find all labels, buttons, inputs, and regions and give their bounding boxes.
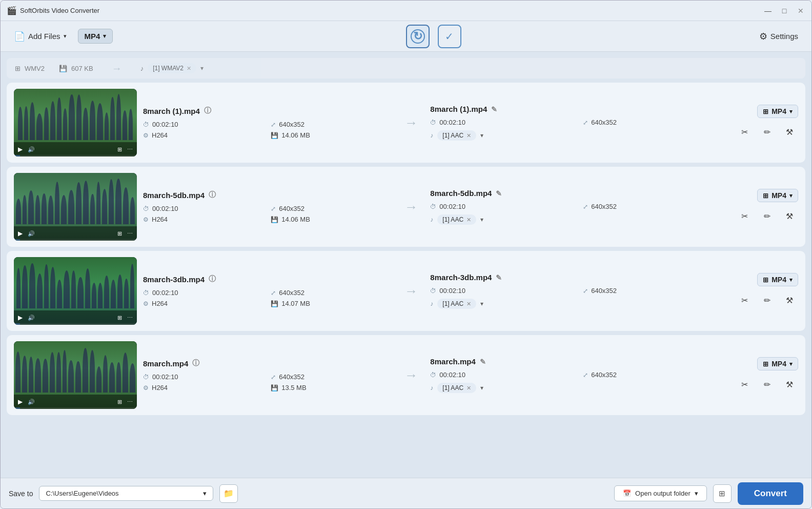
open-output-button[interactable]: 📅 Open output folder ▾: [614, 485, 707, 501]
thumb-play-button[interactable]: ▶: [18, 398, 23, 405]
arrow-col: →: [398, 199, 424, 215]
partial-audio-dropdown[interactable]: ▾: [200, 65, 204, 72]
settings-row-button[interactable]: ⚒: [781, 123, 798, 141]
settings-row-button[interactable]: ⚒: [781, 207, 798, 225]
output-format-badge[interactable]: ⊞ MP4 ▾: [757, 357, 798, 370]
minimize-button[interactable]: —: [763, 7, 773, 15]
thumb-more-button[interactable]: ⋯: [127, 146, 133, 153]
thumb-grid-icon[interactable]: ⊞: [117, 230, 122, 237]
audio-tag: [1] AAC ✕: [437, 214, 476, 225]
convert-button[interactable]: Convert: [738, 482, 803, 505]
audio-remove-button[interactable]: ✕: [466, 301, 471, 307]
audio-dropdown-button[interactable]: ▾: [480, 216, 483, 223]
thumb-volume-icon[interactable]: 🔊: [28, 399, 35, 405]
output-duration-item: ⏱ 00:02:10: [430, 371, 577, 379]
settings-row-button[interactable]: ⚒: [781, 376, 798, 393]
thumb-grid-icon[interactable]: ⊞: [117, 399, 122, 405]
edit-button[interactable]: ✏: [758, 123, 776, 141]
save-path-input[interactable]: C:\Users\Eugene\Videos ▾: [39, 486, 213, 501]
edit-filename-icon[interactable]: ✎: [496, 273, 502, 282]
thumb-more-button[interactable]: ⋯: [127, 399, 133, 405]
thumb-play-button[interactable]: ▶: [18, 146, 23, 153]
format-grid-icon: ⊞: [763, 192, 768, 200]
source-info-icon[interactable]: ⓘ: [209, 275, 216, 284]
trim-button[interactable]: ✂: [736, 123, 753, 141]
output-actions: ⊞ MP4 ▾ ✂ ✏ ⚒: [736, 357, 798, 393]
trim-button[interactable]: ✂: [736, 291, 753, 309]
trim-button[interactable]: ✂: [736, 376, 753, 393]
output-resize-icon: ⤢: [583, 203, 588, 210]
save-to-label: Save to: [9, 490, 33, 498]
thumb-grid-icon[interactable]: ⊞: [117, 146, 122, 153]
checkmark-mode-button[interactable]: ✓: [438, 25, 461, 48]
thumb-play-button[interactable]: ▶: [18, 314, 23, 321]
format-select-button[interactable]: MP4 ▾: [78, 29, 113, 44]
edit-button[interactable]: ✏: [758, 376, 776, 393]
settings-button[interactable]: ⚙ Settings: [754, 28, 803, 45]
audio-dropdown-button[interactable]: ▾: [480, 132, 483, 139]
audio-remove-button[interactable]: ✕: [466, 385, 471, 391]
edit-filename-icon[interactable]: ✎: [491, 105, 497, 113]
trim-button[interactable]: ✂: [736, 207, 753, 225]
thumb-volume-icon[interactable]: 🔊: [28, 315, 35, 321]
close-button[interactable]: ✕: [796, 7, 805, 15]
partial-row: ⊞ WMV2 💾 607 KB → ♪ [1] WMAV2 ✕ ▾: [7, 58, 805, 79]
output-clock-icon: ⏱: [430, 287, 436, 295]
audio-dropdown-button[interactable]: ▾: [480, 384, 483, 391]
source-info-icon[interactable]: ⓘ: [204, 106, 211, 115]
title-bar: 🎬 SoftOrbits Video Converter — □ ✕: [1, 1, 811, 21]
edit-filename-icon[interactable]: ✎: [480, 358, 486, 366]
thumb-grid-icon[interactable]: ⊞: [117, 315, 122, 321]
audio-remove-button[interactable]: ✕: [466, 217, 471, 223]
edit-button[interactable]: ✏: [758, 291, 776, 309]
app-logo: 🎬: [7, 6, 17, 15]
audio-remove-button[interactable]: ✕: [466, 132, 471, 139]
partial-disk-icon: 💾: [59, 65, 67, 72]
thumb-volume-icon[interactable]: 🔊: [28, 146, 35, 153]
output-format-badge[interactable]: ⊞ MP4 ▾: [757, 105, 798, 118]
arrow-col: →: [398, 367, 424, 383]
thumb-volume-icon[interactable]: 🔊: [28, 230, 35, 237]
output-format-badge[interactable]: ⊞ MP4 ▾: [757, 189, 798, 202]
edit-button[interactable]: ✏: [758, 207, 776, 225]
source-info-icon[interactable]: ⓘ: [209, 190, 216, 200]
convert-mode-button[interactable]: ↻: [406, 25, 430, 48]
thumb-more-button[interactable]: ⋯: [127, 230, 133, 237]
maximize-button[interactable]: □: [780, 7, 789, 15]
audio-dropdown-button[interactable]: ▾: [480, 300, 483, 307]
arrow-col: →: [398, 115, 424, 131]
thumb-play-button[interactable]: ▶: [18, 230, 23, 237]
add-files-button[interactable]: 📄 Add Files ▾: [9, 28, 72, 45]
source-codec: H264: [152, 216, 168, 223]
settings-row-button[interactable]: ⚒: [781, 291, 798, 309]
edit-filename-icon[interactable]: ✎: [496, 189, 502, 198]
output-resolution: 640x352: [591, 119, 617, 126]
write-icon: ✏: [764, 296, 770, 305]
source-duration-item: ⏱ 00:02:10: [143, 121, 265, 128]
app-window: 🎬 SoftOrbits Video Converter — □ ✕ 📄 Add…: [0, 0, 812, 509]
source-resolution-item: ⤢ 640x352: [271, 289, 392, 297]
write-icon: ✏: [764, 211, 770, 221]
source-info-icon[interactable]: ⓘ: [192, 359, 199, 368]
video-thumbnail: ▶ 🔊 ⊞ ⋯: [14, 257, 137, 325]
grid-view-button[interactable]: ⊞: [713, 484, 732, 503]
thumb-more-button[interactable]: ⋯: [127, 315, 133, 321]
partial-row-left: ⊞ WMV2 💾 607 KB: [15, 65, 93, 72]
output-duration-item: ⏱ 00:02:10: [430, 119, 577, 126]
source-resolution: 640x352: [279, 205, 304, 212]
source-info: 8march-5db.mp4 ⓘ ⏱ 00:02:10 ⤢ 640x352 ⚙ …: [143, 190, 392, 223]
table-row: ▶ 🔊 ⊞ ⋯ 8march-3db.mp4 ⓘ ⏱ 00:02:10: [7, 251, 805, 331]
browse-folder-button[interactable]: 📁: [219, 484, 238, 503]
thumb-controls: ▶ 🔊 ⊞ ⋯: [14, 226, 137, 241]
source-size: 13.5 MB: [281, 384, 306, 391]
scissors-icon: ✂: [741, 380, 748, 389]
audio-row: ♪ [1] AAC ✕ ▾: [430, 214, 577, 225]
folder-icon: 📁: [224, 488, 234, 498]
output-format-label: MP4: [772, 360, 786, 368]
output-format-badge[interactable]: ⊞ MP4 ▾: [757, 273, 798, 286]
source-filename: 8march.mp4 ⓘ: [143, 359, 392, 368]
scissors-icon: ✂: [741, 296, 748, 305]
partial-audio-remove[interactable]: ✕: [187, 65, 191, 72]
output-resize-icon: ⤢: [583, 287, 588, 295]
source-duration: 00:02:10: [152, 289, 178, 297]
